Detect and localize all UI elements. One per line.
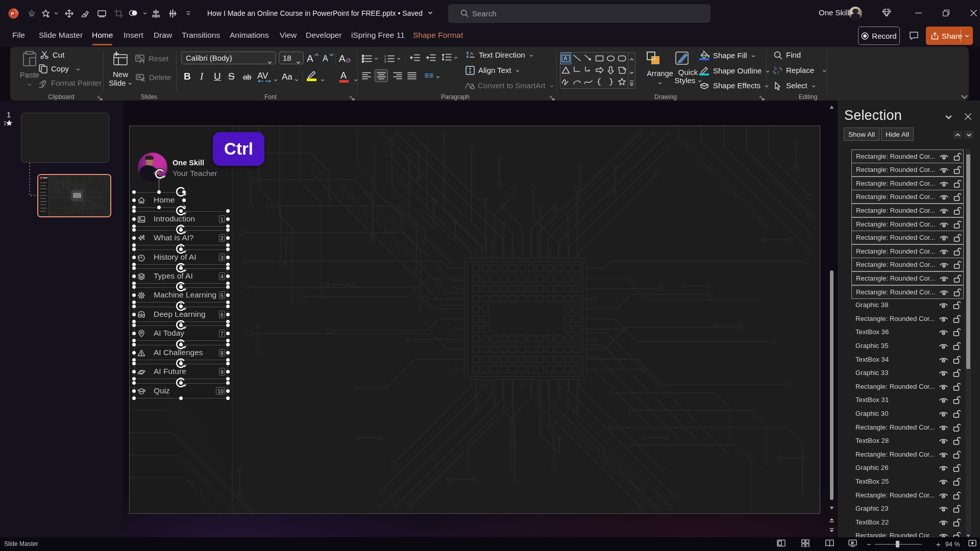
svg-text:3: 3 [384, 60, 386, 63]
svg-text:P: P [11, 11, 14, 16]
svg-text:c: c [777, 70, 780, 75]
svg-text:A: A [470, 51, 473, 56]
svg-text:b: b [774, 66, 777, 71]
svg-text:A: A [564, 56, 568, 61]
